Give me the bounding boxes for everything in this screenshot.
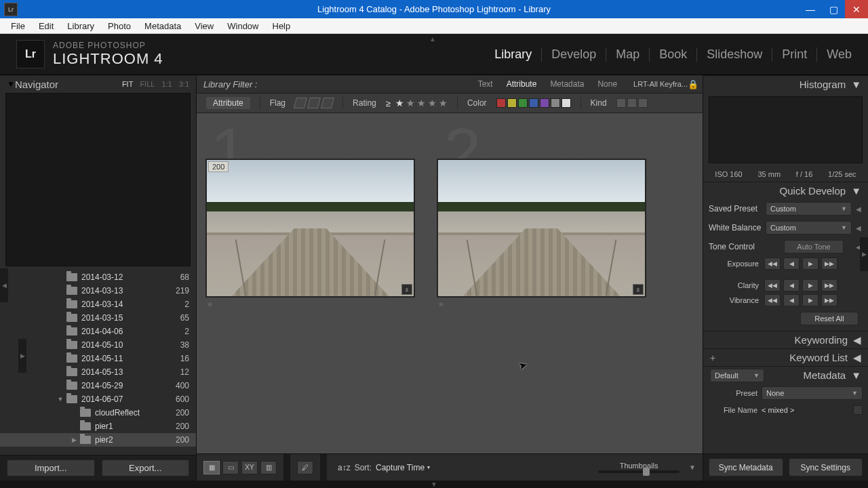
folder-row[interactable]: 2014-05-1312 [0, 365, 196, 379]
histogram-display[interactable] [709, 96, 863, 163]
zoom-fit[interactable]: FIT [122, 80, 134, 88]
folder-row[interactable]: cloudReflect200 [0, 406, 196, 420]
zoom-fill[interactable]: FILL [140, 80, 155, 88]
clarity-inc[interactable]: ▶ [802, 279, 818, 291]
folder-tree[interactable]: 2014-03-12682014-03-132192014-03-1422014… [0, 270, 196, 455]
compare-view-button[interactable]: XY [241, 461, 258, 474]
clarity-inc-large[interactable]: ▶▶ [821, 279, 837, 291]
maximize-button[interactable]: ▢ [822, 0, 845, 18]
module-book[interactable]: Book [650, 47, 697, 62]
filter-tab-metadata[interactable]: Metadata [543, 79, 591, 89]
survey-view-button[interactable]: ▥ [260, 461, 277, 474]
left-panel-inner-handle[interactable]: ▶ [18, 339, 26, 373]
menu-view[interactable]: View [188, 20, 220, 33]
folder-row[interactable]: 2014-03-142 [0, 298, 196, 311]
rating-operator[interactable]: ≥ [386, 98, 391, 108]
compare-candidate-image[interactable]: ± [437, 159, 646, 297]
vibrance-inc-large[interactable]: ▶▶ [821, 294, 837, 306]
vibrance-dec-large[interactable]: ◀◀ [764, 294, 781, 306]
navigator-header[interactable]: ▼ Navigator FIT FILL 1:1 3:1 [0, 75, 196, 93]
color-swatch[interactable] [561, 98, 571, 108]
module-develop[interactable]: Develop [542, 47, 606, 62]
metadata-view-dropdown[interactable]: Default▼ [710, 369, 764, 382]
color-swatch[interactable] [540, 98, 549, 108]
disclosure-triangle-icon[interactable]: ▶ [68, 436, 80, 443]
import-button[interactable]: Import... [7, 460, 95, 476]
filmstrip-collapse-handle[interactable]: ▼ [0, 481, 868, 488]
keywording-header[interactable]: Keywording ◀ [703, 331, 868, 348]
sync-metadata-button[interactable]: Sync Metadata [709, 458, 783, 476]
white-balance-dropdown[interactable]: Custom▼ [766, 221, 852, 235]
clarity-dec[interactable]: ◀ [783, 279, 800, 291]
filename-action-button[interactable] [853, 405, 863, 415]
module-library[interactable]: Library [485, 47, 542, 62]
compare-select-cell[interactable]: 200 ± ★ [206, 159, 414, 309]
toolbar-options-dropdown[interactable]: ▼ [689, 464, 696, 471]
menu-help[interactable]: Help [266, 20, 298, 33]
folder-row[interactable]: pier1200 [0, 420, 196, 433]
sort-direction-icon[interactable]: a↕z [338, 463, 351, 472]
menu-edit[interactable]: Edit [32, 20, 60, 33]
filter-tab-none[interactable]: None [591, 79, 624, 89]
folder-row[interactable]: 2014-05-1116 [0, 352, 196, 365]
star-4[interactable]: ★ [428, 98, 437, 108]
expand-wb-icon[interactable]: ◀ [856, 224, 863, 232]
kind-virtual-icon[interactable] [627, 98, 637, 108]
saved-preset-dropdown[interactable]: Custom▼ [766, 202, 852, 216]
compare-view[interactable]: 1 2 200 ± ★ [197, 113, 703, 453]
folder-row[interactable]: ▼2014-06-07600 [0, 392, 196, 406]
close-button[interactable]: ✕ [845, 0, 868, 18]
flag-picked-icon[interactable] [294, 98, 307, 108]
folder-row[interactable]: 2014-05-29400 [0, 379, 196, 392]
sort-dropdown[interactable]: Capture Time▾ [376, 463, 430, 472]
module-map[interactable]: Map [606, 47, 650, 62]
reset-all-button[interactable]: Reset All [800, 312, 859, 325]
export-button[interactable]: Export... [102, 460, 190, 476]
grid-view-button[interactable]: ▦ [203, 461, 220, 474]
star-5[interactable]: ★ [439, 98, 448, 108]
menu-metadata[interactable]: Metadata [138, 20, 188, 33]
star-1[interactable]: ★ [395, 98, 404, 108]
exposure-dec[interactable]: ◀ [783, 258, 800, 270]
histogram-header[interactable]: Histogram ▼ [703, 75, 868, 93]
expand-preset-icon[interactable]: ◀ [856, 205, 863, 213]
clarity-dec-large[interactable]: ◀◀ [764, 279, 781, 291]
menu-file[interactable]: File [4, 20, 32, 33]
right-panel-collapse-handle[interactable]: ▶ [860, 237, 868, 271]
menu-photo[interactable]: Photo [101, 20, 138, 33]
header-collapse-handle[interactable]: ▲ [429, 35, 439, 39]
folder-row[interactable]: ▶pier2200 [0, 433, 196, 447]
compare-candidate-cell[interactable]: ± ★ [437, 159, 646, 309]
exposure-inc-large[interactable]: ▶▶ [821, 258, 837, 270]
folder-row[interactable]: 2014-05-1038 [0, 338, 196, 352]
folder-row[interactable]: 2014-04-062 [0, 325, 196, 338]
menu-window[interactable]: Window [220, 20, 265, 33]
candidate-rating-star[interactable]: ★ [437, 300, 646, 309]
color-swatch[interactable] [507, 98, 517, 108]
disclosure-triangle-icon[interactable]: ▼ [54, 396, 66, 403]
filter-tab-attribute[interactable]: Attribute [500, 79, 544, 89]
flag-rejected-icon[interactable] [321, 98, 334, 108]
vibrance-inc[interactable]: ▶ [802, 294, 818, 306]
star-3[interactable]: ★ [417, 98, 426, 108]
color-swatch[interactable] [518, 98, 528, 108]
vibrance-dec[interactable]: ◀ [783, 294, 800, 306]
color-swatch[interactable] [529, 98, 538, 108]
sync-settings-button[interactable]: Sync Settings [789, 458, 863, 476]
zoom-1to1[interactable]: 1:1 [161, 80, 172, 88]
color-swatch[interactable] [551, 98, 560, 108]
keyword-list-header[interactable]: + Keyword List ◀ [703, 348, 868, 366]
exposure-dec-large[interactable]: ◀◀ [764, 258, 781, 270]
minimize-button[interactable]: — [799, 0, 822, 18]
folder-row[interactable]: 2014-03-1268 [0, 270, 196, 284]
kind-master-icon[interactable] [616, 98, 626, 108]
exposure-inc[interactable]: ▶ [802, 258, 818, 270]
add-keyword-icon[interactable]: + [710, 352, 719, 363]
lock-icon[interactable]: 🔒 [688, 79, 696, 89]
filter-preset-dropdown[interactable]: LRT-All Keyfra... [633, 80, 688, 88]
metadata-header[interactable]: Default▼ Metadata ▼ [703, 366, 868, 384]
filter-tab-text[interactable]: Text [471, 79, 500, 89]
folder-row[interactable]: 2014-03-13219 [0, 284, 196, 298]
zoom-3to1[interactable]: 3:1 [179, 80, 189, 88]
painter-tool-icon[interactable]: 🖊 [297, 461, 313, 474]
